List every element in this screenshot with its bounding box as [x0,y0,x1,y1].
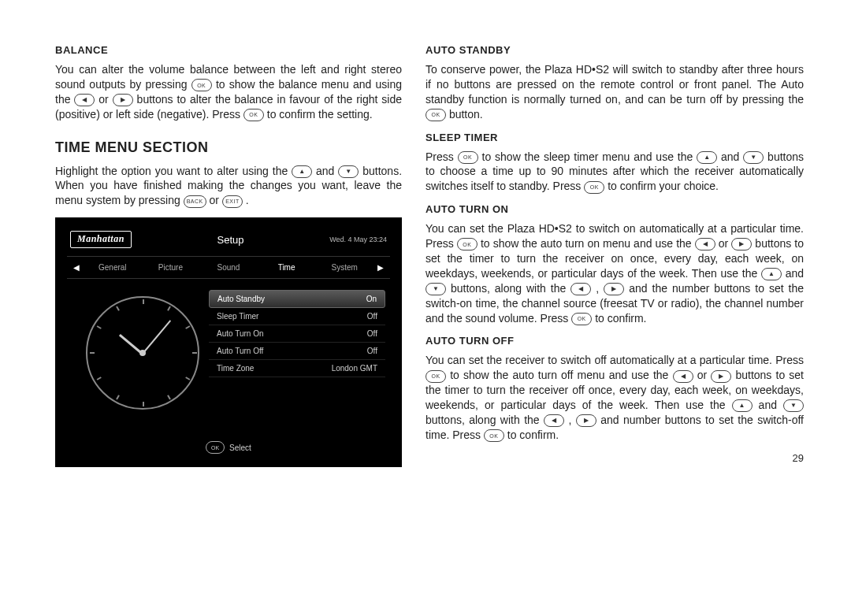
text: and [721,150,743,163]
back-icon: BACK [184,195,206,208]
tv-row-value: London GMT [332,364,377,373]
text: or [210,194,222,206]
icon-glyph: ▼ [345,169,351,175]
ok-icon: OK [426,109,446,121]
tv-footer: OK Select [67,441,390,454]
tv-option-list: Auto Standby On Sleep Timer Off Auto Tur… [209,290,385,410]
down-icon: ▼ [743,151,764,164]
tv-row-auto-standby: Auto Standby On [209,290,385,308]
icon-label: OK [489,433,498,439]
down-icon: ▼ [783,399,804,412]
icon-glyph: ▶ [121,97,125,103]
tv-row-auto-turn-on: Auto Turn On Off [209,325,385,343]
text: , [596,282,604,295]
icon-glyph: ◀ [681,373,686,380]
tv-row-label: Auto Turn Off [217,347,263,355]
tv-footer-text: Select [229,443,251,452]
ok-icon: OK [458,151,478,164]
tv-tab-picture: Picture [143,262,199,273]
text: to show the sleep timer menu and use the [482,150,697,163]
auto-standby-text: To conserve power, the Plaza HD•S2 will … [426,62,804,122]
text: to confirm the setting. [267,108,373,121]
tv-row-value: Off [367,347,377,355]
time-menu-text: Highlight the option you want to alter u… [55,164,402,209]
left-icon: ◀ [544,414,564,427]
right-icon: ▶ [711,370,731,383]
tv-row-label: Auto Turn On [217,329,263,338]
text: to show the auto turn off menu and use t… [450,369,672,381]
text: and [786,267,804,280]
icon-label: OK [431,112,440,117]
icon-glyph: ▲ [739,403,745,409]
tv-tabs: ◀ General Picture Sound Time System ▶ [67,257,390,279]
tv-row-label: Auto Standby [217,295,265,303]
text: or [719,237,732,250]
ok-icon: OK [457,238,478,250]
tv-date: Wed. 4 May 23:24 [329,236,387,243]
exit-icon: EXIT [222,195,243,208]
tv-row-value: Off [367,329,377,338]
left-icon: ◀ [695,238,715,250]
tv-row-label: Sleep Timer [217,312,258,321]
icon-glyph: ▶ [584,417,589,424]
ok-icon: OK [206,441,225,454]
icon-label: OK [578,316,586,321]
text: to confirm. [507,429,559,441]
icon-label: OK [249,112,258,117]
icon-glyph: ◀ [552,417,556,424]
text: , [568,414,575,426]
left-icon: ◀ [570,283,591,295]
time-menu-section-heading: TIME MENU SECTION [55,139,402,156]
text: You can set the receiver to switch off a… [426,354,804,366]
icon-glyph: ◀ [578,286,583,292]
icon-glyph: ▼ [750,154,756,161]
auto-turn-off-text: You can set the receiver to switch off a… [426,353,804,442]
tv-tab-sound: Sound [200,262,257,273]
text: button. [449,108,483,121]
down-icon: ▼ [338,165,359,178]
right-icon: ▶ [731,238,752,250]
chevron-right-icon: ▶ [374,263,387,272]
right-icon: ▶ [113,94,133,106]
icon-glyph: ▲ [299,169,305,175]
text: to confirm. [595,312,646,325]
left-icon: ◀ [74,94,95,106]
up-icon: ▲ [292,165,312,178]
tv-row-label: Time Zone [217,364,254,373]
icon-glyph: ◀ [703,241,708,247]
tv-row-auto-turn-off: Auto Turn Off Off [209,343,385,360]
balance-text: You can alter the volume balance between… [55,62,402,122]
tv-row-value: Off [367,312,377,321]
icon-label: OK [463,154,472,160]
icon-glyph: ▼ [790,403,797,409]
up-icon: ▲ [761,268,782,280]
up-icon: ▲ [732,399,753,412]
icon-glyph: ▲ [768,271,775,277]
clock-icon [86,296,199,410]
ok-icon: OK [584,181,604,194]
ok-icon: OK [571,313,592,325]
ok-icon: OK [484,429,504,442]
auto-standby-heading: AUTO STANDBY [426,44,804,56]
text: Press [426,150,458,163]
text: and [759,399,783,411]
tv-logo: Manhattan [70,231,132,248]
tv-title: Setup [217,234,244,246]
icon-glyph: ▼ [433,286,439,292]
tv-row-time-zone: Time Zone London GMT [209,360,385,377]
text: buttons, along with the [426,414,544,426]
text: to confirm your choice. [608,180,719,192]
tv-tab-system: System [316,262,373,273]
icon-glyph: ◀ [82,97,87,103]
ok-icon: OK [243,109,264,121]
left-icon: ◀ [673,370,693,383]
icon-glyph: ▶ [611,286,616,292]
tv-tab-general: General [84,262,141,273]
text: or [697,369,712,381]
setup-screenshot: Manhattan Setup Wed. 4 May 23:24 ◀ Gener… [55,217,402,467]
icon-label: OK [590,184,599,190]
icon-label: BACK [187,199,203,204]
icon-glyph: ▶ [719,373,723,380]
balance-heading: BALANCE [55,44,402,56]
text: . [246,194,249,206]
